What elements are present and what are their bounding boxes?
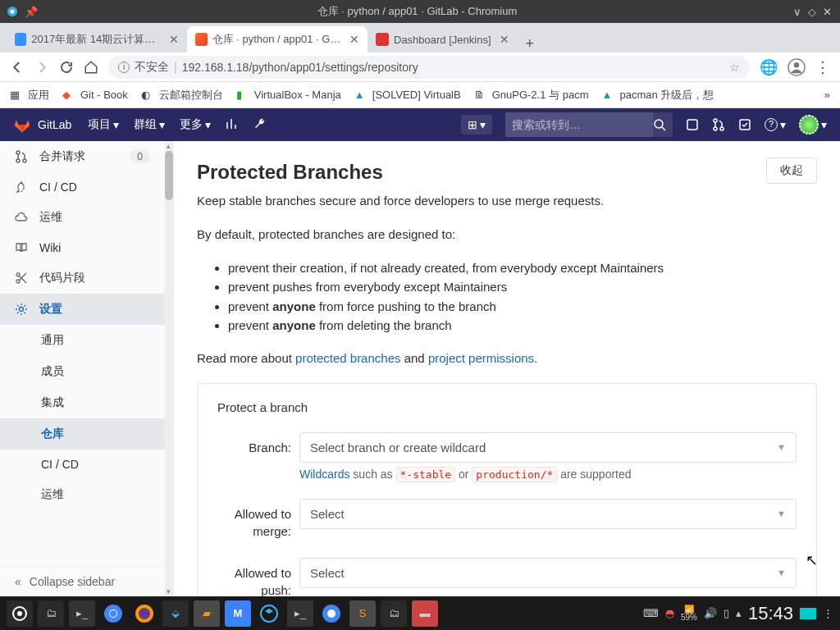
sidebar-item-merge-requests[interactable]: 合并请求 0: [0, 141, 165, 172]
sidebar-sub-members[interactable]: 成员: [0, 356, 165, 387]
browser-tab-active[interactable]: 仓库 · python / app01 · GitLab ✕: [187, 26, 368, 52]
taskbar-app-chromium2[interactable]: [318, 600, 345, 627]
allowed-merge-select[interactable]: Select ▼: [299, 499, 797, 529]
tab-close-icon[interactable]: ✕: [500, 33, 509, 46]
protected-branches-link[interactable]: protected branches: [295, 351, 400, 365]
volume-icon[interactable]: 🔊: [704, 607, 717, 619]
sidebar-item-snippets[interactable]: 代码片段: [0, 262, 165, 294]
wifi-icon[interactable]: 📶59%: [681, 605, 697, 622]
bookmark-item[interactable]: 🗎GnuPG-2.1 与 pacm: [474, 88, 589, 103]
bookmark-item[interactable]: ◐云邮箱控制台: [141, 88, 223, 103]
browser-tab[interactable]: Dashboard [Jenkins] ✕: [368, 26, 518, 52]
address-bar[interactable]: i 不安全 | 192.168.1.18/python/app01/settin…: [108, 56, 750, 79]
globe-icon[interactable]: 🌐: [760, 58, 778, 76]
bookmarks-overflow-icon[interactable]: »: [824, 89, 830, 101]
clock[interactable]: 15:43: [748, 603, 793, 624]
book-icon: [15, 241, 28, 254]
todos-icon[interactable]: [738, 118, 751, 131]
sidebar-item-settings[interactable]: 设置: [0, 294, 165, 325]
star-icon[interactable]: ☆: [729, 61, 740, 74]
info-icon[interactable]: i: [118, 62, 130, 73]
taskbar-app-vscode[interactable]: ⬙: [162, 600, 189, 627]
user-menu[interactable]: ▾: [799, 115, 827, 135]
collapse-section-button[interactable]: 收起: [766, 158, 817, 184]
wildcard-hint: Wildcards such as *-stable or production…: [299, 468, 797, 481]
sidebar-sub-cicd[interactable]: CI / CD: [0, 450, 165, 479]
reload-icon[interactable]: [59, 60, 74, 75]
taskbar-app-onlyoffice[interactable]: [256, 600, 282, 627]
intro-text: By default, protected branches are desig…: [197, 226, 817, 244]
taskbar-app-files2[interactable]: 🗂: [381, 600, 407, 627]
favicon-icon: [15, 33, 26, 46]
taskbar-app-m[interactable]: M: [225, 600, 251, 627]
menu-icon[interactable]: ⋮: [815, 58, 830, 76]
wildcards-link[interactable]: Wildcards: [299, 468, 349, 481]
wrench-icon[interactable]: [253, 117, 267, 130]
allowed-push-select[interactable]: Select ▼: [299, 558, 797, 588]
profile-icon[interactable]: [788, 58, 806, 76]
sidebar-item-cicd[interactable]: CI / CD: [0, 172, 165, 202]
topnav-groups[interactable]: 群组▾: [134, 117, 165, 132]
taskbar-app-firefox[interactable]: [131, 600, 158, 627]
avatar-icon: [799, 115, 819, 135]
keyboard-icon[interactable]: ⌨: [643, 607, 659, 619]
svg-point-4: [655, 120, 663, 128]
home-icon[interactable]: [84, 60, 98, 75]
merge-requests-icon[interactable]: [712, 118, 725, 131]
project-permissions-link[interactable]: project permissions: [428, 351, 534, 365]
sidebar: ▴ ▾ 合并请求 0 CI / CD 运维: [0, 141, 174, 596]
scrollbar[interactable]: ▴ ▾: [165, 141, 173, 596]
sidebar-sub-general[interactable]: 通用: [0, 325, 165, 356]
window-minimize-icon[interactable]: ∨: [793, 6, 801, 18]
topnav-more[interactable]: 更多▾: [180, 117, 211, 132]
tab-close-icon[interactable]: ✕: [349, 33, 359, 46]
taskbar-app-terminal2[interactable]: ▸_: [287, 600, 313, 627]
list-item: prevent their creation, if not already c…: [228, 258, 817, 277]
scrollbar-thumb[interactable]: [165, 151, 173, 200]
pin-icon[interactable]: 📌: [25, 6, 36, 17]
branch-select[interactable]: Select branch or create wildcard ▼: [299, 432, 797, 463]
scroll-up-icon[interactable]: ▴: [167, 142, 171, 150]
tray-arrow-icon[interactable]: ▴: [736, 607, 742, 619]
bookmark-apps[interactable]: ▦应用: [10, 88, 49, 103]
window-maximize-icon[interactable]: ◇: [808, 6, 816, 18]
browser-tab[interactable]: 2017年最新 14期云计算与自动 ✕: [7, 26, 187, 52]
taskbar-app-generic[interactable]: ▬: [412, 600, 438, 627]
plus-dropdown[interactable]: ⊞▾: [461, 115, 492, 135]
taskbar-app-launcher[interactable]: [7, 600, 33, 627]
topnav-projects[interactable]: 项目▾: [88, 117, 119, 132]
activity-icon[interactable]: [226, 117, 239, 130]
svg-point-22: [139, 608, 150, 619]
taskbar-app-sublime[interactable]: ▰: [194, 600, 220, 627]
search-icon[interactable]: [653, 118, 666, 131]
sidebar-sub-ops[interactable]: 运维: [0, 479, 165, 510]
window-close-icon[interactable]: ✕: [823, 6, 832, 18]
taskbar-app-files[interactable]: 🗂: [38, 600, 64, 627]
tray-menu-icon[interactable]: ⋮: [823, 607, 833, 619]
taskbar-app-terminal[interactable]: ▸_: [69, 600, 95, 627]
issues-icon[interactable]: [686, 118, 699, 131]
bookmark-item[interactable]: ▲[SOLVED] VirtualB: [354, 89, 461, 102]
search-input[interactable]: [505, 112, 653, 137]
gitlab-logo[interactable]: GitLab: [13, 116, 71, 134]
bookmark-item[interactable]: ◆Git - Book: [62, 89, 128, 102]
tab-close-icon[interactable]: ✕: [169, 33, 179, 46]
collapse-sidebar-button[interactable]: « Collapse sidebar: [0, 566, 173, 596]
bookmark-item[interactable]: ▮VirtualBox - Manja: [236, 89, 341, 102]
help-dropdown[interactable]: ?▾: [765, 118, 786, 131]
back-icon[interactable]: [10, 60, 25, 75]
sidebar-sub-integrations[interactable]: 集成: [0, 387, 165, 418]
chevron-down-icon: ▼: [777, 509, 786, 518]
new-tab-button[interactable]: +: [518, 35, 543, 52]
pacman-icon[interactable]: ◓: [665, 607, 674, 619]
sidebar-sub-repository[interactable]: 仓库: [0, 418, 165, 450]
branch-label: Branch:: [217, 432, 299, 456]
bookmark-item[interactable]: ▲pacman 升级后，想: [601, 88, 714, 103]
sidebar-item-wiki[interactable]: Wiki: [0, 233, 165, 262]
chevron-down-icon: ▾: [205, 118, 211, 131]
battery-icon[interactable]: ▯: [724, 607, 729, 619]
taskbar-app-sublime2[interactable]: S: [349, 600, 376, 627]
scroll-down-icon[interactable]: ▾: [167, 587, 171, 596]
sidebar-item-ops[interactable]: 运维: [0, 202, 165, 233]
taskbar-app-chromium[interactable]: [100, 600, 126, 627]
